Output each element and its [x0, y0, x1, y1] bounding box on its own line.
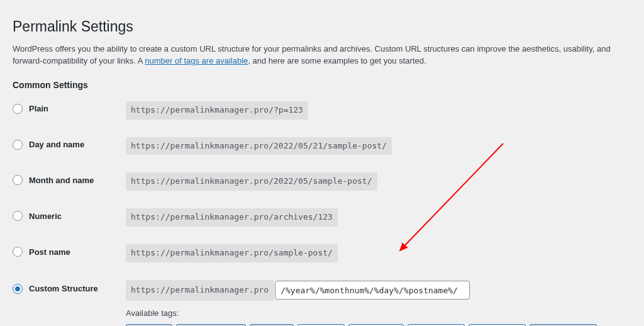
- available-tags-label: Available tags:: [126, 308, 631, 318]
- radio-dayname[interactable]: [13, 140, 23, 150]
- option-dayname[interactable]: Day and name: [13, 137, 126, 150]
- option-plain[interactable]: Plain: [13, 101, 126, 114]
- option-postname-label: Post name: [29, 247, 70, 257]
- radio-numeric[interactable]: [13, 211, 23, 221]
- radio-plain[interactable]: [13, 104, 23, 114]
- option-postname-row: Post name https://permalinkmanager.pro/s…: [13, 244, 631, 262]
- option-plain-example: https://permalinkmanager.pro/?p=123: [126, 101, 308, 120]
- option-numeric[interactable]: Numeric: [13, 208, 126, 221]
- option-numeric-label: Numeric: [29, 211, 62, 221]
- radio-postname[interactable]: [13, 247, 23, 257]
- radio-monthname[interactable]: [13, 175, 23, 185]
- option-plain-label: Plain: [29, 104, 48, 113]
- option-postname-example: https://permalinkmanager.pro/sample-post…: [126, 244, 338, 262]
- option-monthname[interactable]: Month and name: [13, 172, 126, 185]
- intro-text-after: , and here are some examples to get you …: [248, 56, 426, 65]
- page-title: Permalink Settings: [13, 18, 631, 37]
- option-custom-label: Custom Structure: [29, 284, 98, 293]
- option-dayname-row: Day and name https://permalinkmanager.pr…: [13, 137, 631, 155]
- option-dayname-example: https://permalinkmanager.pro/2022/05/21/…: [126, 137, 392, 155]
- common-settings-heading: Common Settings: [13, 80, 631, 90]
- custom-structure-input[interactable]: [275, 281, 470, 300]
- option-numeric-example: https://permalinkmanager.pro/archives/12…: [126, 208, 338, 227]
- option-plain-row: Plain https://permalinkmanager.pro/?p=12…: [13, 101, 631, 120]
- option-monthname-row: Month and name https://permalinkmanager.…: [13, 172, 631, 191]
- option-custom-row: Custom Structure https://permalinkmanage…: [13, 280, 631, 326]
- tags-doc-link[interactable]: number of tags are available: [145, 56, 248, 65]
- radio-custom[interactable]: [13, 284, 23, 294]
- custom-base-url: https://permalinkmanager.pro: [126, 280, 274, 301]
- option-numeric-row: Numeric https://permalinkmanager.pro/arc…: [13, 208, 631, 227]
- option-custom[interactable]: Custom Structure: [13, 280, 126, 294]
- option-monthname-example: https://permalinkmanager.pro/2022/05/sam…: [126, 172, 377, 191]
- settings-description: WordPress offers you the ability to crea…: [13, 43, 631, 67]
- permalink-options: Plain https://permalinkmanager.pro/?p=12…: [13, 101, 631, 326]
- option-dayname-label: Day and name: [29, 140, 84, 149]
- option-postname[interactable]: Post name: [13, 244, 126, 257]
- option-monthname-label: Month and name: [29, 176, 94, 185]
